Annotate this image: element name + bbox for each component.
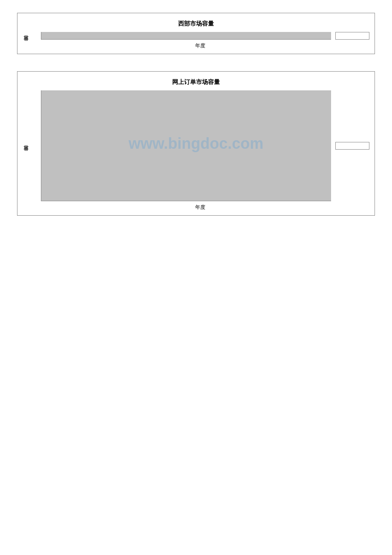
chart2-y-label: 容量 [23, 90, 30, 211]
chart2-x-axis [43, 201, 369, 203]
chart1-container: 西部市场容量 容量 年度 [17, 13, 375, 54]
chart1-y-ticks [31, 32, 41, 40]
chart2-y-ticks [31, 90, 41, 201]
chart1-x-axis [43, 40, 369, 41]
chart1-legend [335, 32, 369, 40]
chart1-bars [41, 32, 331, 39]
chart2-bars [41, 90, 331, 201]
chart2-container: 网上订单市场容量 www.bingdoc.com 容量 年度 [17, 71, 375, 216]
chart2-title: 网上订单市场容量 [23, 78, 369, 86]
chart2-x-title: 年度 [31, 204, 369, 211]
chart2-legend [335, 142, 369, 150]
chart1-x-title: 年度 [31, 42, 369, 49]
chart1-y-label: 容量 [23, 32, 30, 49]
chart2-plot [41, 90, 331, 201]
chart1-plot [41, 32, 331, 40]
chart1-title: 西部市场容量 [23, 20, 369, 28]
